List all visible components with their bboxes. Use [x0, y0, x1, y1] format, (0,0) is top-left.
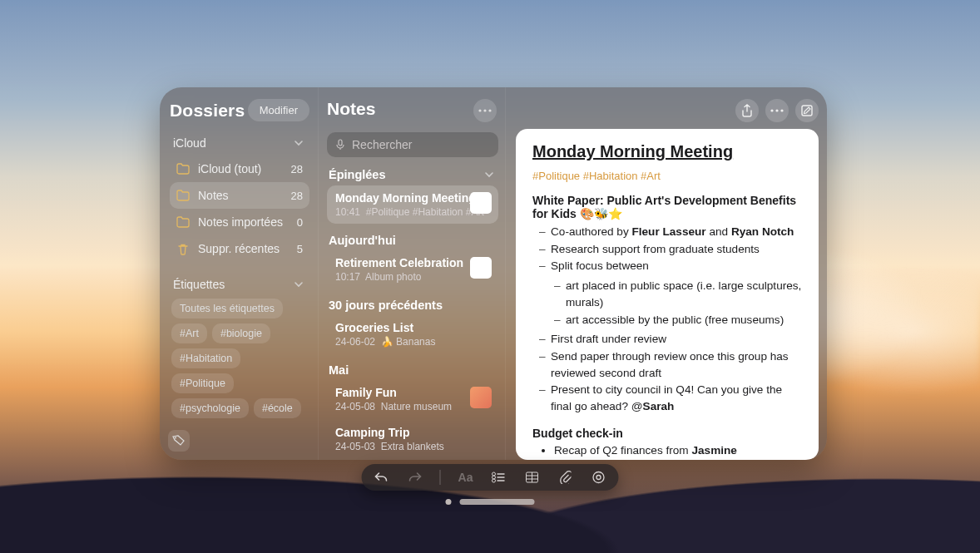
note-editor[interactable]: Monday Morning Meeting #Politique #Habit…	[516, 129, 819, 460]
svg-point-9	[492, 472, 496, 476]
folder-label: Notes importées	[198, 215, 283, 229]
folder-recently-deleted[interactable]: Suppr. récentes 5	[170, 235, 309, 262]
tag-filter-button[interactable]	[168, 430, 190, 452]
folder-icloud-all[interactable]: iCloud (tout) 28	[170, 156, 309, 182]
svg-point-13	[593, 472, 604, 483]
note-thumbnail	[470, 387, 492, 408]
editor-toolbar: Aa	[362, 464, 619, 491]
tags-header[interactable]: Étiquettes	[170, 277, 309, 292]
note-meta: 10:17 Album photo	[335, 271, 490, 283]
tags-list: Toutes les étiquettes #Art #biologie #Ha…	[170, 299, 309, 418]
trash-icon	[176, 243, 190, 254]
bar-indicator	[460, 499, 535, 505]
chevron-down-icon	[291, 277, 306, 292]
list-item: Split focus between	[551, 258, 804, 274]
tag-icon	[172, 435, 186, 447]
page-indicator[interactable]	[446, 499, 535, 505]
svg-point-2	[483, 109, 486, 111]
note-bullet-list: Co-authored by Fleur Lasseur and Ryan No…	[532, 224, 804, 274]
folders-sidebar: Dossiers Modifier iCloud iCloud (tout) 2…	[160, 87, 318, 460]
folder-count: 28	[291, 190, 303, 202]
tags-label: Étiquettes	[173, 278, 225, 291]
folder-icon	[176, 216, 190, 228]
compose-button[interactable]	[795, 99, 819, 122]
undo-icon	[374, 472, 389, 483]
list-more-button[interactable]	[473, 99, 497, 122]
note-thumbnail	[470, 257, 492, 279]
svg-point-14	[596, 476, 601, 480]
tag-politique[interactable]: #Politique	[171, 373, 234, 393]
tag-biologie[interactable]: #biologie	[212, 323, 270, 343]
tag-ecole[interactable]: #école	[254, 398, 301, 418]
format-button[interactable]: Aa	[458, 469, 474, 486]
group-label: Aujourd'hui	[329, 234, 396, 247]
microphone-icon	[335, 139, 345, 151]
note-thumbnail	[470, 192, 492, 214]
attachment-button[interactable]	[557, 469, 574, 486]
account-label: iCloud	[173, 136, 206, 150]
note-bullet-list-2: First draft under review Send paper thro…	[532, 331, 804, 415]
svg-point-0	[175, 437, 176, 439]
paperclip-icon	[560, 471, 572, 484]
table-button[interactable]	[524, 469, 541, 486]
note-whitepaper-title: White Paper: Public Art's Development Be…	[532, 194, 804, 220]
svg-point-6	[775, 109, 778, 111]
note-meta: 24-06-02 🍌 Bananas	[335, 336, 490, 348]
edit-button[interactable]: Modifier	[248, 99, 309, 121]
tag-habitation[interactable]: #Habitation	[171, 348, 240, 368]
folder-notes[interactable]: Notes 28	[170, 182, 309, 209]
note-tags-line: #Politique #Habitation #Art	[532, 170, 804, 182]
tag-psychologie[interactable]: #psychologie	[171, 398, 249, 418]
group-may-header: Mai	[329, 363, 497, 377]
folder-label: iCloud (tout)	[198, 162, 261, 175]
tag-art[interactable]: #Art	[171, 323, 207, 343]
tag-all[interactable]: Toutes les étiquettes	[171, 299, 283, 318]
folder-icon	[176, 163, 190, 175]
note-item-retirement[interactable]: Retirement Celebration 10:17 Album photo	[327, 250, 498, 289]
list-item: art placed in public space (i.e. large s…	[566, 278, 804, 310]
folder-icon	[176, 190, 190, 201]
compose-icon	[800, 104, 814, 117]
search-field[interactable]: Rechercher	[327, 132, 498, 157]
note-heading: Monday Morning Meeting	[532, 142, 804, 161]
chevron-down-icon	[291, 136, 306, 151]
list-item: First draft under review	[551, 331, 804, 348]
search-placeholder: Rechercher	[352, 138, 412, 151]
notes-list-panel: Notes Rechercher Épinglées Monday Mornin…	[318, 87, 506, 460]
list-item: Co-authored by Fleur Lasseur and Ryan No…	[551, 224, 804, 240]
undo-button[interactable]	[374, 469, 390, 486]
svg-point-3	[488, 109, 491, 111]
svg-point-11	[492, 479, 496, 482]
folder-list: iCloud (tout) 28 Notes 28 Notes importée…	[170, 156, 309, 262]
share-button[interactable]	[735, 99, 759, 122]
folder-count: 0	[297, 216, 303, 229]
notes-app-window: Dossiers Modifier iCloud iCloud (tout) 2…	[160, 87, 827, 460]
note-title: Camping Trip	[335, 426, 490, 439]
redo-button[interactable]	[407, 469, 423, 486]
group-label: Mai	[329, 363, 349, 377]
note-title: Groceries List	[335, 321, 490, 334]
note-bullet-sublist: art placed in public space (i.e. large s…	[532, 278, 804, 328]
note-item-groceries[interactable]: Groceries List 24-06-02 🍌 Bananas	[327, 315, 498, 353]
note-item-camping[interactable]: Camping Trip 24-05-03 Extra blankets	[327, 420, 498, 458]
group-pinned-header[interactable]: Épinglées	[329, 167, 497, 182]
group-30days-header: 30 jours précédents	[329, 299, 497, 312]
share-icon	[741, 104, 753, 117]
svg-point-7	[780, 109, 783, 111]
mention-button[interactable]	[591, 469, 607, 486]
toolbar-divider	[440, 470, 441, 485]
note-dot-list: Recap of Q2 finances from Jasmine Discus…	[532, 442, 804, 460]
account-header[interactable]: iCloud	[170, 136, 309, 151]
ellipsis-icon	[770, 109, 784, 112]
note-title: Retirement Celebration	[335, 256, 490, 269]
svg-point-1	[478, 109, 481, 111]
list-item: Send paper through review once this grou…	[551, 348, 804, 381]
more-button[interactable]	[765, 99, 789, 122]
table-icon	[526, 472, 539, 483]
note-item-family-fun[interactable]: Family Fun 24-05-08 Nature museum	[327, 380, 498, 418]
note-section-budget: Budget check-in	[532, 427, 804, 440]
folder-imported[interactable]: Notes importées 0	[170, 209, 309, 235]
checklist-button[interactable]	[491, 469, 507, 486]
ellipsis-icon	[478, 109, 492, 112]
note-item-monday-meeting[interactable]: Monday Morning Meeting 10:41 #Politique …	[327, 185, 498, 224]
